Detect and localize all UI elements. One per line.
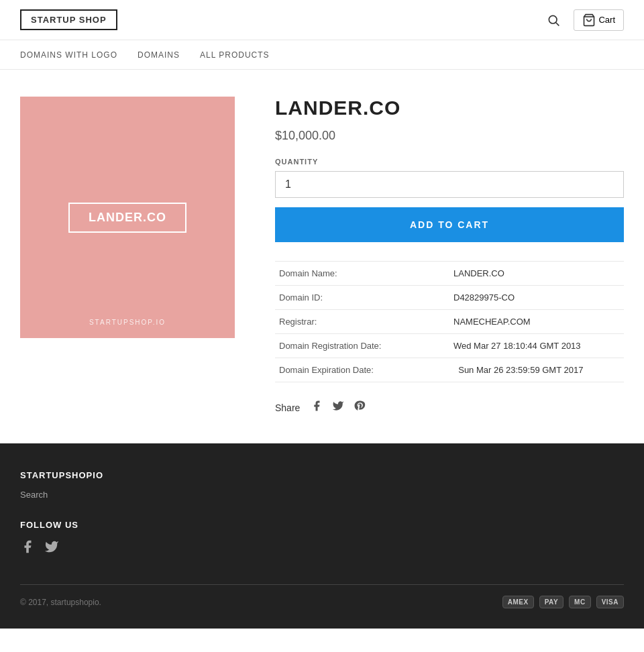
svg-line-1 — [556, 22, 559, 25]
main-content: LANDER.CO STARTUPSHOP.IO LANDER.CO $10,0… — [0, 70, 644, 443]
footer-facebook-icon[interactable] — [20, 539, 35, 557]
reg-date-label: Domain Registration Date: — [275, 334, 449, 358]
footer-brand-title: STARTUPSHOPIO — [20, 470, 624, 480]
payment-visa: VISA — [596, 596, 624, 608]
table-row: Domain Expiration Date: Sun Mar 26 23:59… — [275, 358, 624, 382]
product-details: LANDER.CO $10,000.00 QUANTITY ADD TO CAR… — [275, 97, 624, 417]
product-image-wrap: LANDER.CO STARTUPSHOP.IO — [20, 97, 235, 338]
registrar-label: Registrar: — [275, 310, 449, 334]
product-image-card: LANDER.CO STARTUPSHOP.IO — [20, 97, 235, 338]
footer-follow-title: FOLLOW US — [20, 520, 624, 530]
footer-inner: STARTUPSHOPIO Search FOLLOW US © 2017, s… — [20, 470, 624, 608]
search-button[interactable] — [544, 11, 563, 30]
domain-id-value: D42829975-CO — [449, 286, 624, 310]
cart-button[interactable]: Cart — [574, 9, 624, 31]
registrar-value: NAMECHEAP.COM — [449, 310, 624, 334]
product-image-domain: LANDER.CO — [68, 203, 186, 233]
payment-amex: AMEX — [502, 596, 534, 608]
reg-date-value: Wed Mar 27 18:10:44 GMT 2013 — [449, 334, 624, 358]
payment-apple-pay: PAY — [539, 596, 564, 608]
exp-date-value: Sun Mar 26 23:59:59 GMT 2017 — [449, 358, 624, 382]
quantity-input[interactable] — [275, 171, 624, 198]
share-label: Share — [275, 402, 300, 413]
header-icons: Cart — [544, 9, 624, 31]
product-title: LANDER.CO — [275, 97, 624, 119]
share-twitter-button[interactable] — [331, 398, 345, 417]
nav-domains[interactable]: DOMAINS — [138, 50, 180, 60]
footer-search-link[interactable]: Search — [20, 490, 624, 500]
product-price: $10,000.00 — [275, 129, 624, 143]
domain-info-table: Domain Name: LANDER.CO Domain ID: D42829… — [275, 261, 624, 382]
logo[interactable]: STARTUP SHOP — [20, 9, 117, 30]
footer-follow: FOLLOW US — [20, 520, 624, 557]
share-facebook-button[interactable] — [309, 398, 324, 417]
exp-date-label: Domain Expiration Date: — [275, 358, 449, 382]
table-row: Registrar: NAMECHEAP.COM — [275, 310, 624, 334]
domain-id-label: Domain ID: — [275, 286, 449, 310]
footer-twitter-icon[interactable] — [44, 539, 59, 557]
footer-copyright: © 2017, startupshopio. — [20, 598, 101, 607]
add-to-cart-button[interactable]: ADD TO CART — [275, 207, 624, 242]
table-row: Domain Registration Date: Wed Mar 27 18:… — [275, 334, 624, 358]
table-row: Domain Name: LANDER.CO — [275, 262, 624, 286]
table-row: Domain ID: D42829975-CO — [275, 286, 624, 310]
footer-social-icons — [20, 539, 624, 557]
quantity-label: QUANTITY — [275, 158, 624, 166]
nav-domains-with-logo[interactable]: DOMAINS WITH LOGO — [20, 50, 117, 60]
domain-name-label: Domain Name: — [275, 262, 449, 286]
nav-all-products[interactable]: ALL PRODUCTS — [200, 50, 270, 60]
footer-bottom: © 2017, startupshopio. AMEX PAY MC VISA — [20, 584, 624, 608]
payment-mastercard: MC — [569, 596, 591, 608]
share-icons — [309, 398, 367, 417]
payment-icons: AMEX PAY MC VISA — [502, 596, 624, 608]
site-nav: DOMAINS WITH LOGO DOMAINS ALL PRODUCTS — [0, 40, 644, 70]
site-header: STARTUP SHOP Cart — [0, 0, 644, 40]
share-section: Share — [275, 398, 624, 417]
product-image-footer: STARTUPSHOP.IO — [89, 319, 166, 326]
site-footer: STARTUPSHOPIO Search FOLLOW US © 2017, s… — [0, 443, 644, 629]
domain-name-value: LANDER.CO — [449, 262, 624, 286]
share-pinterest-button[interactable] — [352, 398, 367, 417]
svg-point-0 — [549, 15, 557, 23]
